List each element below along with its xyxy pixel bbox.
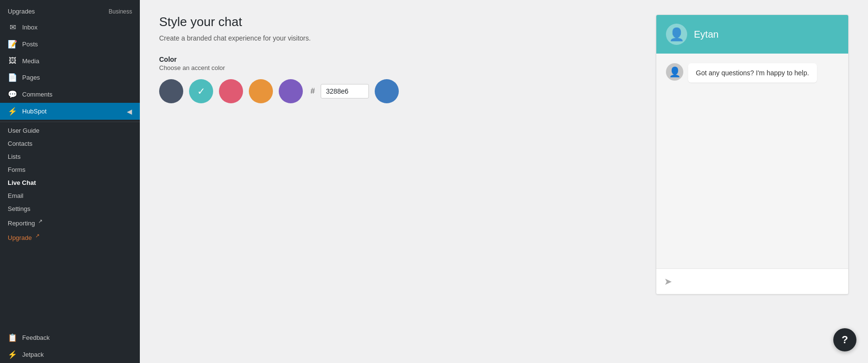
- sidebar: Upgrades Business ✉ Inbox 📝 Posts 🖼 Medi…: [0, 0, 140, 363]
- sidebar-submenu-lists[interactable]: Lists: [0, 150, 140, 163]
- sidebar-item-pages[interactable]: 📄 Pages: [0, 69, 140, 86]
- sidebar-top: Upgrades Business ✉ Inbox 📝 Posts 🖼 Medi…: [0, 0, 140, 122]
- sidebar-submenu-contacts[interactable]: Contacts: [0, 137, 140, 150]
- comments-icon: 💬: [8, 90, 17, 99]
- color-swatch-teal[interactable]: ✓: [189, 79, 213, 103]
- sidebar-item-label: Jetpack: [22, 351, 44, 358]
- sidebar-submenu-upgrade[interactable]: Upgrade ↗: [0, 230, 140, 244]
- sidebar-item-hubspot[interactable]: ⚡ HubSpot ◀: [0, 103, 140, 120]
- hash-sign: #: [311, 87, 315, 96]
- page-subtitle: Create a branded chat experience for you…: [159, 34, 637, 42]
- color-preview-circle[interactable]: [375, 79, 399, 103]
- sidebar-item-feedback[interactable]: 📋 Feedback: [0, 329, 140, 346]
- color-swatch-pink[interactable]: [219, 79, 243, 103]
- sidebar-item-label: Feedback: [22, 334, 50, 341]
- sidebar-upgrades[interactable]: Upgrades Business: [0, 4, 140, 19]
- sidebar-bottom: 📋 Feedback ⚡ Jetpack: [0, 329, 140, 363]
- media-icon: 🖼: [8, 56, 17, 65]
- jetpack-icon: ⚡: [8, 350, 17, 359]
- sidebar-item-label: Posts: [22, 41, 38, 48]
- sidebar-item-label: Comments: [22, 91, 53, 98]
- reporting-external-icon: ↗: [38, 218, 42, 224]
- main-content: Style your chat Create a branded chat ex…: [140, 0, 868, 363]
- sidebar-submenu-forms[interactable]: Forms: [0, 163, 140, 176]
- sidebar-submenu-live-chat[interactable]: Live Chat: [0, 176, 140, 189]
- chat-message-text: Got any questions? I'm happy to help.: [696, 69, 809, 77]
- sidebar-item-inbox[interactable]: ✉ Inbox: [0, 19, 140, 36]
- sidebar-item-jetpack[interactable]: ⚡ Jetpack: [0, 346, 140, 363]
- help-button[interactable]: ?: [833, 328, 856, 351]
- upgrades-plan: Business: [108, 8, 132, 15]
- sidebar-submenu-email[interactable]: Email: [0, 189, 140, 202]
- chat-agent-avatar: 👤: [666, 24, 687, 45]
- content-left: Style your chat Create a branded chat ex…: [159, 14, 637, 349]
- page-title: Style your chat: [159, 14, 637, 29]
- chat-bubble: Got any questions? I'm happy to help.: [688, 63, 817, 83]
- chat-header: 👤 Eytan: [656, 15, 848, 54]
- checkmark-icon: ✓: [197, 85, 205, 97]
- chat-footer: ➤: [656, 268, 848, 294]
- chat-preview: 👤 Eytan 👤 Got any questions? I'm happy t…: [656, 14, 849, 294]
- sidebar-submenu-settings[interactable]: Settings: [0, 202, 140, 215]
- hubspot-arrow: ◀: [127, 108, 132, 115]
- color-section-hint: Choose an accent color: [159, 64, 637, 71]
- color-options: ✓ #: [159, 79, 637, 103]
- sidebar-submenu-user-guide[interactable]: User Guide: [0, 124, 140, 137]
- sidebar-item-label: Inbox: [22, 24, 38, 31]
- color-swatch-orange[interactable]: [249, 79, 273, 103]
- chat-message-avatar: 👤: [666, 63, 683, 81]
- pages-icon: 📄: [8, 73, 17, 82]
- send-icon[interactable]: ➤: [664, 276, 672, 287]
- chat-message-avatar-icon: 👤: [669, 66, 681, 78]
- hubspot-submenu: User Guide Contacts Lists Forms Live Cha…: [0, 122, 140, 247]
- chat-agent-name: Eytan: [694, 29, 719, 40]
- sidebar-submenu-reporting[interactable]: Reporting ↗: [0, 215, 140, 230]
- color-swatch-purple[interactable]: [279, 79, 303, 103]
- color-section-label: Color: [159, 56, 637, 63]
- sidebar-item-label: Media: [22, 57, 39, 65]
- posts-icon: 📝: [8, 40, 17, 49]
- feedback-icon: 📋: [8, 333, 17, 342]
- help-button-label: ?: [841, 334, 848, 346]
- sidebar-item-posts[interactable]: 📝 Posts: [0, 36, 140, 53]
- sidebar-item-comments[interactable]: 💬 Comments: [0, 86, 140, 103]
- color-swatch-dark-blue[interactable]: [159, 79, 183, 103]
- upgrade-external-icon: ↗: [35, 233, 40, 238]
- sidebar-item-label: Pages: [22, 74, 40, 81]
- sidebar-item-media[interactable]: 🖼 Media: [0, 53, 140, 69]
- upgrades-label: Upgrades: [8, 8, 35, 15]
- hex-input[interactable]: [321, 84, 369, 98]
- hubspot-icon: ⚡: [8, 107, 17, 116]
- inbox-icon: ✉: [8, 23, 17, 32]
- chat-message-row: 👤 Got any questions? I'm happy to help.: [666, 63, 839, 83]
- chat-avatar-icon: 👤: [669, 27, 684, 42]
- chat-body: 👤 Got any questions? I'm happy to help.: [656, 54, 848, 268]
- sidebar-item-label: HubSpot: [22, 108, 47, 115]
